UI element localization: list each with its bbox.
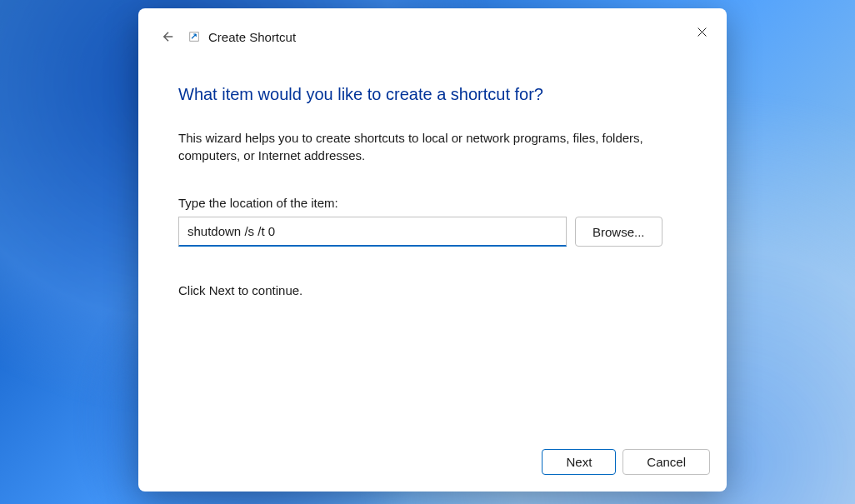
continue-instruction: Click Next to continue.	[178, 283, 687, 297]
back-arrow-icon	[161, 29, 176, 44]
dialog-title: Create Shortcut	[208, 30, 296, 44]
wizard-description: This wizard helps you to create shortcut…	[178, 129, 645, 164]
location-input-label: Type the location of the item:	[178, 196, 687, 210]
close-button[interactable]	[688, 18, 715, 45]
location-input[interactable]	[178, 217, 567, 247]
dialog-footer: Next Cancel	[138, 436, 727, 492]
back-button[interactable]	[155, 23, 182, 50]
dialog-body: What item would you like to create a sho…	[138, 58, 727, 436]
next-button[interactable]: Next	[542, 449, 616, 475]
close-icon	[697, 27, 708, 37]
create-shortcut-dialog: Create Shortcut What item would you like…	[138, 8, 727, 492]
input-row: Browse...	[178, 217, 687, 247]
browse-button[interactable]: Browse...	[575, 217, 662, 247]
dialog-header: Create Shortcut	[138, 8, 727, 58]
shortcut-icon	[188, 31, 200, 42]
wizard-heading: What item would you like to create a sho…	[178, 85, 687, 104]
cancel-button[interactable]: Cancel	[622, 449, 710, 475]
